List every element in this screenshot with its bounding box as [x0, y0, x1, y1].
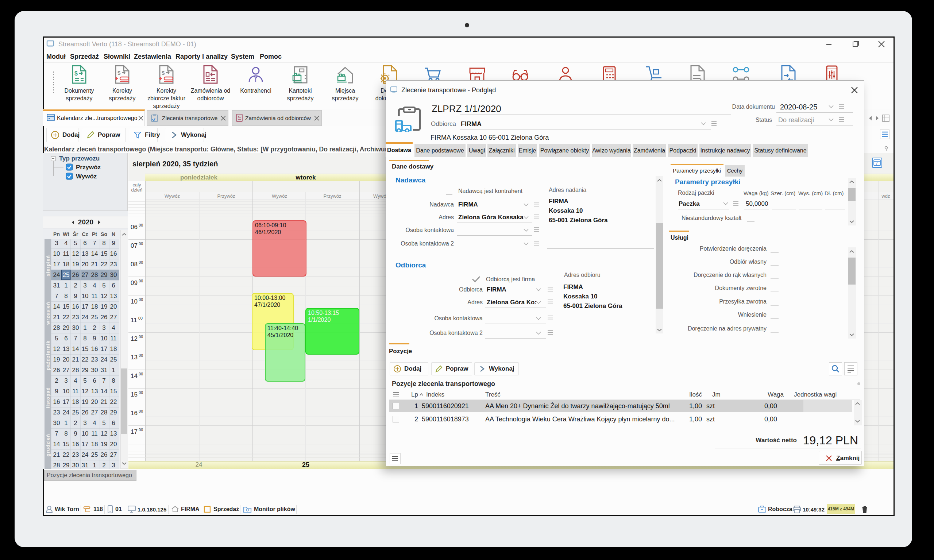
svg-text:7: 7 [876, 162, 878, 166]
svg-text:$: $ [117, 70, 121, 76]
svg-text:$: $ [162, 70, 165, 76]
svg-text:$: $ [74, 71, 78, 77]
